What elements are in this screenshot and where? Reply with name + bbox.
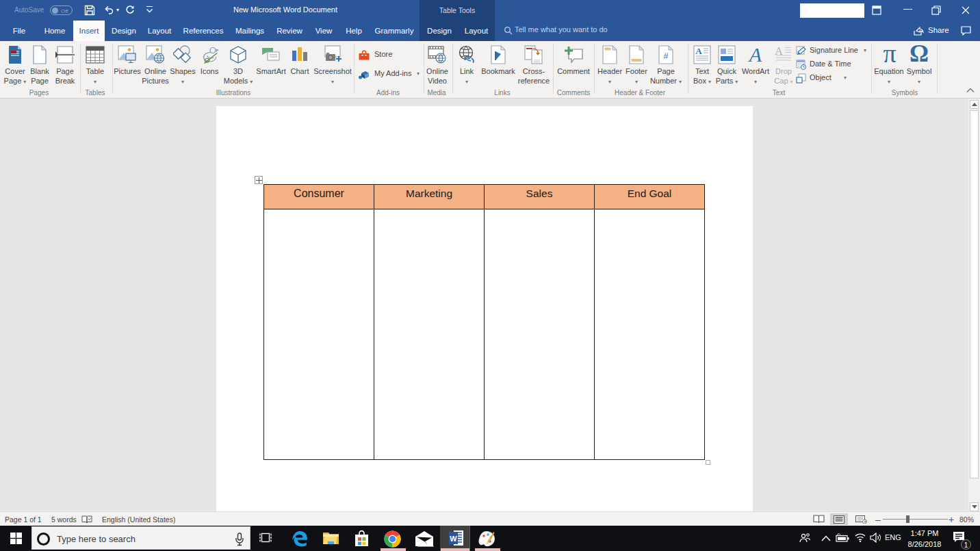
svg-text:A: A — [695, 46, 702, 56]
svg-text:#: # — [663, 51, 669, 61]
svg-text:A: A — [748, 45, 762, 64]
svg-text:W: W — [450, 535, 457, 543]
